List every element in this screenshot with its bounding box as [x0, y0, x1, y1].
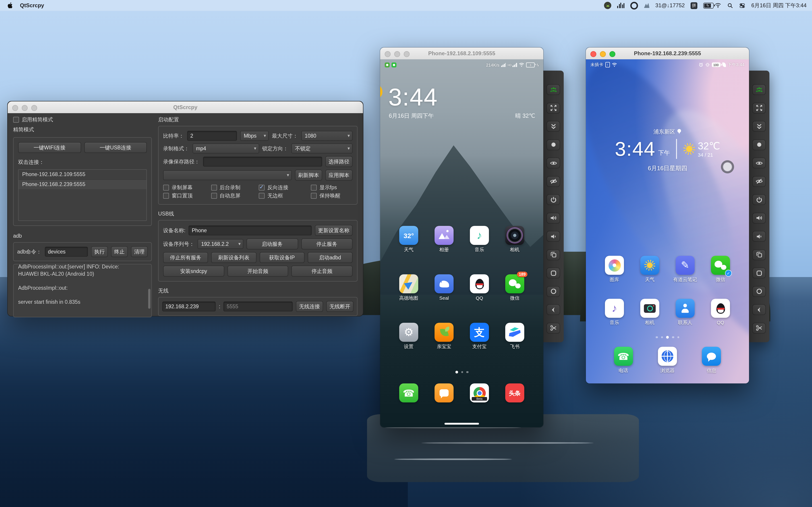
opera-menu-icon[interactable]	[630, 2, 638, 9]
stop-service-button[interactable]: 停止服务	[301, 238, 353, 249]
group-control-button[interactable]	[752, 84, 766, 95]
option-保持唤醒[interactable]: 保持唤醒	[311, 191, 353, 200]
app-music[interactable]: ♪音乐	[605, 299, 624, 342]
app-messages[interactable]: 信息	[702, 347, 721, 374]
stop-audio-button[interactable]: 停止音频	[292, 266, 353, 277]
option-自动息屏[interactable]: 自动息屏	[211, 191, 259, 200]
phone1-traffic-lights[interactable]	[385, 51, 410, 57]
screen-off-button[interactable]	[547, 176, 560, 187]
volume-down-button[interactable]	[752, 231, 766, 242]
refresh-device-list-button[interactable]: 刷新设备列表	[211, 252, 256, 263]
screen-on-button[interactable]	[547, 158, 560, 168]
expand-notifications-button[interactable]	[752, 121, 766, 132]
checkbox[interactable]	[259, 184, 265, 190]
power-button[interactable]	[547, 194, 560, 205]
adb-cmd-input[interactable]: devices	[45, 247, 88, 257]
app-qq[interactable]: QQ	[470, 274, 489, 323]
volume-up-button[interactable]	[547, 213, 560, 223]
home-button[interactable]	[547, 286, 560, 297]
expand-notifications-button[interactable]	[547, 121, 560, 132]
device-list-item[interactable]: Phone-192.168.2.109:5555	[18, 170, 146, 180]
app-switch-button[interactable]	[547, 249, 560, 260]
app-browser[interactable]: 浏览器	[658, 347, 677, 374]
app-youdao-note[interactable]: ✎有道云笔记	[673, 256, 697, 299]
option-后台录制[interactable]: 后台录制	[211, 183, 259, 191]
menu-bar-clock[interactable]: 6月16日 周四 下午3:44	[751, 2, 807, 9]
get-device-ip-button[interactable]: 获取设备IP	[259, 252, 305, 263]
adb-clean-button[interactable]: 清理	[131, 246, 148, 257]
phone2-traffic-lights[interactable]	[591, 51, 615, 57]
install-sndcpy-button[interactable]: 安装sndcpy	[163, 266, 224, 277]
app-wechat[interactable]: 189微信	[505, 274, 524, 323]
battery-menu-icon[interactable]: ϟ	[703, 2, 709, 9]
serial-select[interactable]: 192.168.2.2	[198, 239, 243, 249]
record-path-input[interactable]	[203, 157, 322, 167]
fullscreen-button[interactable]	[752, 103, 766, 113]
spotlight-search-icon[interactable]	[727, 2, 733, 9]
wireless-port-input[interactable]: 5555	[223, 301, 293, 312]
app-qq[interactable]: QQ	[711, 299, 730, 342]
phone1-titlebar[interactable]: Phone-192.168.2.109:5555	[380, 48, 543, 60]
checkbox[interactable]	[163, 184, 169, 190]
screen-on-button[interactable]	[752, 158, 766, 168]
wireless-ip-input[interactable]: 192.168.2.239	[162, 301, 216, 312]
one-key-usb-button[interactable]: 一键USB连接	[84, 142, 147, 153]
phone2-screen[interactable]: 未插卡 ! 100 下午3:44 浦东新区 3:44 下	[586, 59, 749, 383]
qtscrcpy-titlebar[interactable]: QtScrcpy	[8, 101, 363, 114]
option-无边框[interactable]: 无边框	[259, 191, 311, 200]
control-center-icon[interactable]	[739, 2, 745, 9]
phone1-screen[interactable]: 214K/s HD 3 ϟ 3:44 6月16日 周四下午 晴 32℃ 32°天…	[380, 59, 543, 427]
window-traffic-lights[interactable]	[12, 105, 37, 111]
power-button[interactable]	[752, 194, 766, 205]
audio-bars-menu-icon[interactable]	[617, 3, 625, 8]
app-gallery[interactable]: 图库	[605, 256, 624, 299]
checkbox[interactable]	[211, 192, 217, 199]
device-name-input[interactable]: Phone	[189, 225, 312, 235]
update-name-button[interactable]: 更新设置名称	[315, 225, 353, 236]
app-gallery[interactable]: 相册	[435, 226, 454, 274]
checkbox[interactable]	[211, 184, 217, 190]
back-button[interactable]	[547, 304, 560, 315]
bitrate-input[interactable]: 2	[187, 131, 237, 141]
app-settings[interactable]: ⚙设置	[399, 323, 418, 371]
screenshot-button[interactable]	[752, 139, 766, 150]
app-music[interactable]: ♪音乐	[470, 226, 489, 274]
app-amap[interactable]: ▶高德地图	[399, 274, 418, 323]
app-camera[interactable]: 相机	[640, 299, 659, 342]
checkbox[interactable]	[311, 192, 317, 199]
menu-button[interactable]	[752, 268, 766, 278]
phone2-titlebar[interactable]: Phone-192.168.2.239:5555	[586, 48, 749, 60]
app-wechat[interactable]: ✓微信	[711, 256, 730, 299]
app-weather[interactable]: 32°天气	[399, 226, 418, 274]
start-service-button[interactable]: 启动服务	[247, 238, 298, 249]
clip-button[interactable]	[752, 323, 766, 333]
menu-button[interactable]	[547, 268, 560, 278]
back-button[interactable]	[752, 304, 766, 315]
apple-menu-icon[interactable]	[7, 2, 14, 9]
app-alipay[interactable]: 支支付宝	[470, 323, 489, 371]
active-app-name[interactable]: QtScrcpy	[20, 2, 44, 9]
option-反向连接[interactable]: 反向连接	[259, 183, 311, 191]
app-feishu[interactable]: 飞书	[505, 323, 524, 371]
app-toutiao[interactable]: 头条	[505, 383, 524, 402]
wifi-menu-icon[interactable]	[715, 2, 721, 9]
group-control-button[interactable]	[547, 84, 560, 95]
volume-up-button[interactable]	[752, 213, 766, 223]
script-select[interactable]	[163, 170, 292, 180]
adb-kill-button[interactable]: 终止	[111, 246, 128, 257]
app-seal[interactable]: Seal	[435, 274, 454, 323]
refresh-script-button[interactable]: 刷新脚本	[295, 170, 322, 181]
app-contacts[interactable]: 联系人	[676, 299, 695, 342]
adb-exec-button[interactable]: 执行	[91, 246, 108, 257]
screen-off-button[interactable]	[752, 176, 766, 187]
checkbox[interactable]	[259, 192, 265, 199]
input-method-menu-icon[interactable]: 拼	[691, 2, 697, 9]
adb-log-output[interactable]: AdbProcessImpl::out:[server] INFO: Devic…	[13, 264, 152, 317]
app-switch-button[interactable]	[752, 249, 766, 260]
checkbox[interactable]	[163, 192, 169, 199]
record-format-select[interactable]: mp4	[192, 144, 259, 154]
app-messaging[interactable]	[435, 383, 454, 402]
app-qinbaobao[interactable]: 亲宝宝	[435, 323, 454, 371]
device-list[interactable]: Phone-192.168.2.109:5555Phone-192.168.2.…	[18, 169, 147, 221]
select-path-button[interactable]: 选择路径	[325, 156, 353, 167]
